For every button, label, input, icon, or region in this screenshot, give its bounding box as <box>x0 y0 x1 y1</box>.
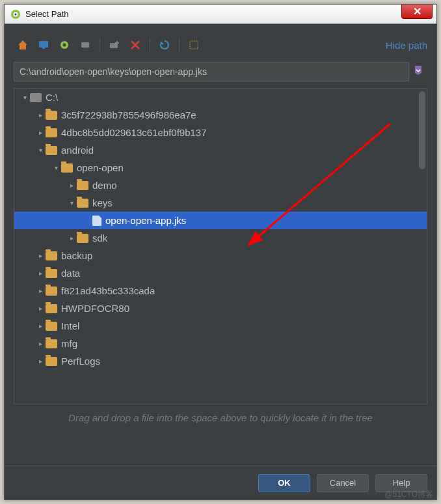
tree-row[interactable]: demo <box>14 176 427 194</box>
tree-row[interactable]: f821ad43b5c333cada <box>14 282 427 300</box>
folder-icon <box>46 146 57 155</box>
folder-icon <box>46 128 57 137</box>
tree-row[interactable]: mfg <box>14 335 427 352</box>
tree-row[interactable]: data <box>14 264 427 282</box>
watermark: @51CTO博客 <box>384 489 433 500</box>
home-icon[interactable] <box>14 36 32 54</box>
svg-rect-4 <box>42 48 45 49</box>
svg-rect-10 <box>115 42 119 44</box>
dialog-footer: OK Cancel Help <box>5 466 436 499</box>
tree-label: HWPDFOCR80 <box>61 303 129 314</box>
tree-row[interactable]: 3c5f722938b7855496f986ea7e <box>14 106 427 124</box>
hide-path-link[interactable]: Hide path <box>386 40 427 51</box>
chevron-right-icon[interactable] <box>35 270 46 277</box>
scrollbar-thumb[interactable] <box>419 91 425 169</box>
chevron-right-icon[interactable] <box>35 340 46 347</box>
dialog-window: Select Path ✕ Hide path C: <box>4 4 437 500</box>
tree-label: data <box>61 268 80 279</box>
folder-icon <box>46 251 57 260</box>
app-icon <box>10 8 21 20</box>
tree-label: sdk <box>92 232 107 244</box>
tree-label: open-open-app.jks <box>105 215 186 226</box>
tree-label: backup <box>61 250 92 261</box>
desktop-icon[interactable] <box>34 36 53 54</box>
drive-icon <box>30 93 42 102</box>
folder-icon <box>46 339 57 348</box>
tree-row[interactable]: keys <box>14 194 427 212</box>
drag-hint: Drag and drop a file into the space abov… <box>14 404 427 425</box>
tree-label: 3c5f722938b7855496f986ea7e <box>61 109 196 120</box>
svg-rect-3 <box>39 41 48 48</box>
ok-button[interactable]: OK <box>258 474 310 492</box>
history-dropdown-icon[interactable] <box>413 65 427 78</box>
svg-point-6 <box>63 44 66 47</box>
dialog-body: Hide path C:\3c5f722938b7855496f986ea7e4… <box>5 24 436 499</box>
path-input[interactable] <box>14 62 409 81</box>
tree-label: 4dbc8b5dd029613c61ebf0f9b137 <box>61 127 207 138</box>
tree-row[interactable]: android <box>14 141 427 159</box>
tree-row[interactable]: backup <box>14 247 427 264</box>
folder-icon <box>46 357 57 366</box>
chevron-right-icon[interactable] <box>35 287 46 294</box>
show-hidden-icon[interactable] <box>185 36 203 54</box>
folder-icon <box>61 163 73 173</box>
svg-point-2 <box>14 13 16 15</box>
tree-row[interactable]: HWPDFOCR80 <box>14 300 427 317</box>
toolbar-sep-2 <box>150 38 150 52</box>
tree-label: Intel <box>61 320 79 331</box>
chevron-right-icon[interactable] <box>35 305 46 312</box>
window-close-button[interactable]: ✕ <box>401 5 433 19</box>
module-icon[interactable] <box>76 36 94 54</box>
folder-icon <box>46 304 57 313</box>
chevron-down-icon[interactable] <box>66 199 77 206</box>
tree-row[interactable]: open-open <box>14 159 427 176</box>
tree-label: C:\ <box>46 92 58 103</box>
chevron-right-icon[interactable] <box>35 357 46 365</box>
folder-icon <box>77 199 88 208</box>
folder-icon <box>46 287 57 296</box>
tree-label: mfg <box>61 338 77 349</box>
tree-row-selected[interactable]: open-open-app.jks <box>14 212 427 229</box>
refresh-icon[interactable] <box>155 36 174 54</box>
chevron-down-icon[interactable] <box>35 147 46 154</box>
path-box <box>14 62 427 81</box>
chevron-right-icon[interactable] <box>66 234 77 242</box>
chevron-down-icon[interactable] <box>20 94 30 101</box>
tree-label: demo <box>92 180 117 191</box>
chevron-right-icon[interactable] <box>35 111 46 119</box>
project-icon[interactable] <box>55 36 74 54</box>
cancel-button[interactable]: Cancel <box>317 474 369 492</box>
toolbar: Hide path <box>14 33 427 57</box>
toolbar-sep-3 <box>179 38 180 52</box>
svg-rect-11 <box>190 41 198 49</box>
folder-icon <box>46 322 57 331</box>
tree-label: android <box>61 145 94 156</box>
folder-icon <box>77 234 88 243</box>
svg-rect-7 <box>81 42 89 48</box>
tree-row[interactable]: sdk <box>14 229 427 247</box>
toolbar-sep-1 <box>100 38 100 52</box>
new-folder-icon[interactable] <box>105 36 124 54</box>
chevron-right-icon[interactable] <box>35 129 46 136</box>
folder-icon <box>46 111 57 120</box>
tree-label: PerfLogs <box>61 356 100 367</box>
tree-label: f821ad43b5c333cada <box>61 285 155 296</box>
tree-row[interactable]: PerfLogs <box>14 352 427 370</box>
chevron-right-icon[interactable] <box>35 252 46 259</box>
chevron-down-icon[interactable] <box>51 164 61 171</box>
tree-label: keys <box>92 197 113 208</box>
tree-row[interactable]: C:\ <box>14 89 427 106</box>
titlebar[interactable]: Select Path ✕ <box>5 5 436 24</box>
chevron-right-icon[interactable] <box>35 322 46 329</box>
window-title: Select Path <box>25 9 401 19</box>
tree-row[interactable]: Intel <box>14 317 427 335</box>
delete-icon[interactable] <box>126 36 144 54</box>
file-icon <box>92 216 101 226</box>
tree-row[interactable]: 4dbc8b5dd029613c61ebf0f9b137 <box>14 124 427 141</box>
folder-icon <box>77 181 88 190</box>
tree-label: open-open <box>77 162 124 173</box>
chevron-right-icon[interactable] <box>66 182 77 189</box>
file-tree[interactable]: C:\3c5f722938b7855496f986ea7e4dbc8b5dd02… <box>14 88 427 404</box>
folder-icon <box>46 269 57 278</box>
window-buttons: ✕ <box>401 5 436 23</box>
